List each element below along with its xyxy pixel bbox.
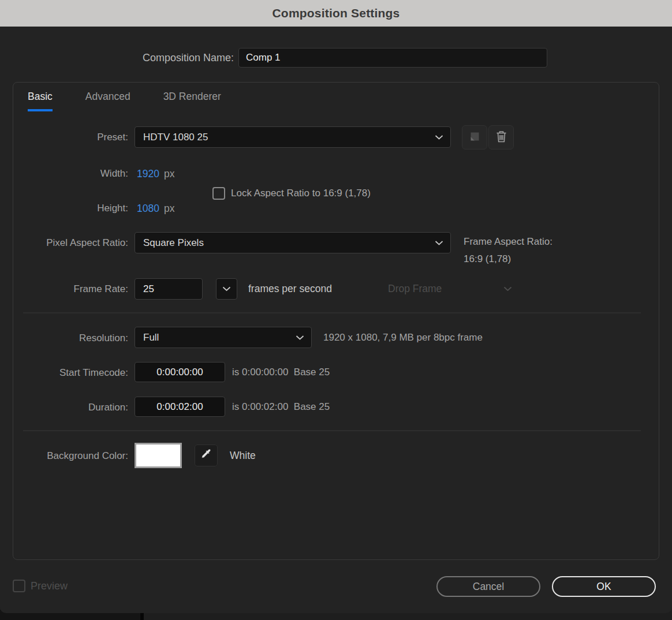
drop-frame-value: Drop Frame <box>388 283 442 295</box>
preview-label: Preview <box>31 580 68 592</box>
dialog-title: Composition Settings <box>272 6 400 20</box>
drop-frame-dropdown: Drop Frame <box>388 283 512 295</box>
background-color-name: White <box>230 450 256 462</box>
pixel-aspect-ratio-value: Square Pixels <box>143 237 204 249</box>
background-color-swatch[interactable] <box>135 443 182 468</box>
start-timecode-info: is 0:00:00:00 Base 25 <box>232 367 330 378</box>
chevron-down-icon <box>296 335 304 340</box>
chevron-down-icon <box>435 240 443 245</box>
start-timecode-label: Start Timecode: <box>0 367 128 379</box>
eyedropper-icon <box>200 448 212 463</box>
preset-dropdown[interactable]: HDTV 1080 25 <box>135 126 451 148</box>
frame-aspect-ratio-info: Frame Aspect Ratio: 16:9 (1,78) <box>464 233 552 268</box>
section-divider <box>23 430 641 431</box>
duration-input[interactable] <box>135 397 225 417</box>
settings-panel <box>13 82 659 560</box>
duration-info: is 0:00:02:00 Base 25 <box>232 401 330 413</box>
dialog-titlebar[interactable]: Composition Settings <box>0 0 672 27</box>
height-label: Height: <box>0 203 128 214</box>
width-value[interactable]: 1920 <box>137 168 159 180</box>
tab-3d-renderer[interactable]: 3D Renderer <box>163 91 221 111</box>
frame-aspect-ratio-value: 16:9 (1,78) <box>464 251 552 268</box>
background-color-label: Background Color: <box>0 450 128 462</box>
cancel-button[interactable]: Cancel <box>436 576 540 597</box>
width-unit: px <box>164 168 174 180</box>
delete-preset-button[interactable] <box>488 125 514 150</box>
pixel-aspect-ratio-label: Pixel Aspect Ratio: <box>0 237 128 249</box>
chevron-down-icon <box>503 286 512 292</box>
lock-aspect-ratio-label: Lock Aspect Ratio to 16:9 (1,78) <box>231 188 371 199</box>
height-unit: px <box>164 203 174 215</box>
preview-checkbox[interactable] <box>13 580 25 592</box>
composition-settings-dialog: Composition Settings Composition Name: B… <box>0 0 672 613</box>
save-preset-icon <box>469 130 481 145</box>
chevron-down-icon <box>435 135 443 140</box>
preset-dropdown-value: HDTV 1080 25 <box>143 132 208 143</box>
preview-toggle: Preview <box>13 580 68 592</box>
height-value[interactable]: 1080 <box>137 203 159 215</box>
resolution-label: Resolution: <box>0 333 128 344</box>
resolution-value: Full <box>143 332 159 343</box>
frame-rate-label: Frame Rate: <box>0 283 128 295</box>
frames-per-second-label: frames per second <box>248 283 332 295</box>
composition-settings-screen: Composition Settings Composition Name: B… <box>0 0 672 620</box>
frame-rate-dropdown-button[interactable] <box>216 278 237 300</box>
composition-name-label: Composition Name: <box>0 52 234 64</box>
tab-bar: Basic Advanced 3D Renderer <box>28 91 221 111</box>
frame-rate-input[interactable] <box>135 278 203 300</box>
tab-advanced[interactable]: Advanced <box>85 91 130 111</box>
trash-icon <box>495 130 507 145</box>
preset-label: Preset: <box>0 132 128 143</box>
ok-button[interactable]: OK <box>552 576 656 597</box>
tab-basic[interactable]: Basic <box>28 91 53 111</box>
start-timecode-input[interactable] <box>135 362 225 382</box>
width-label: Width: <box>0 168 128 180</box>
chevron-down-icon <box>222 286 231 292</box>
resolution-info: 1920 x 1080, 7,9 MB per 8bpc frame <box>323 332 483 343</box>
composition-name-input[interactable] <box>238 48 547 68</box>
frame-aspect-ratio-label: Frame Aspect Ratio: <box>464 233 552 251</box>
duration-label: Duration: <box>0 402 128 413</box>
eyedropper-button[interactable] <box>195 445 218 466</box>
lock-aspect-ratio-checkbox[interactable] <box>212 187 225 200</box>
pixel-aspect-ratio-dropdown[interactable]: Square Pixels <box>135 232 451 253</box>
section-divider <box>23 312 641 313</box>
resolution-dropdown[interactable]: Full <box>135 327 312 348</box>
save-preset-button[interactable] <box>462 125 487 150</box>
